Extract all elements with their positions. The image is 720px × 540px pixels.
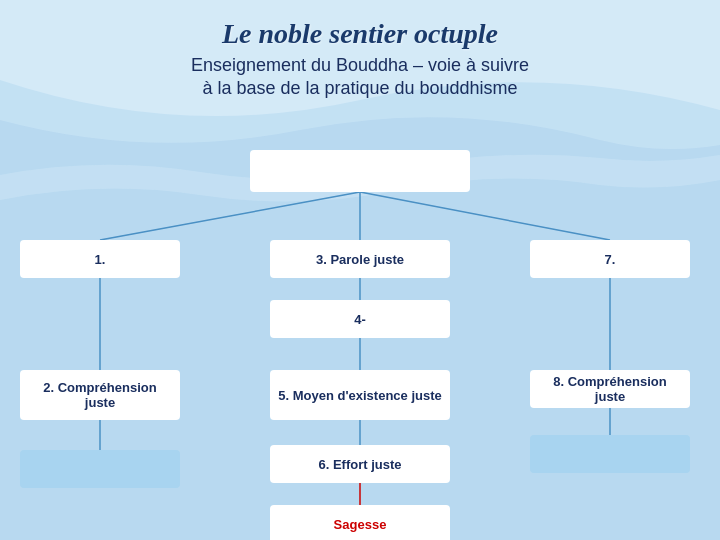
box-3-label: 3. Parole juste	[316, 252, 404, 267]
svg-line-1	[100, 192, 360, 240]
box-sagesse-label: Sagesse	[334, 517, 387, 532]
subtitle-line2: à la base de la pratique du bouddhisme	[202, 78, 517, 98]
subtitle-line1: Enseignement du Bouddha – voie à suivre	[191, 55, 529, 75]
box-bot-left	[20, 450, 180, 488]
title-area: Le noble sentier octuple Enseignement du…	[191, 18, 529, 101]
box-1: 1.	[20, 240, 180, 278]
box-2-label: 2. Compréhension juste	[28, 380, 172, 410]
box-8-label: 8. Compréhension juste	[538, 374, 682, 404]
box-5: 5. Moyen d'existence juste	[270, 370, 450, 420]
svg-line-3	[360, 192, 610, 240]
box-1-label: 1.	[95, 252, 106, 267]
subtitle: Enseignement du Bouddha – voie à suivre …	[191, 54, 529, 101]
page-wrapper: Le noble sentier octuple Enseignement du…	[0, 0, 720, 540]
main-title: Le noble sentier octuple	[191, 18, 529, 50]
box-7: 7.	[530, 240, 690, 278]
box-sagesse: Sagesse	[270, 505, 450, 540]
box-4-label: 4-	[354, 312, 366, 327]
box-6: 6. Effort juste	[270, 445, 450, 483]
box-6-label: 6. Effort juste	[318, 457, 401, 472]
box-7-label: 7.	[605, 252, 616, 267]
box-4: 4-	[270, 300, 450, 338]
root-box	[250, 150, 470, 192]
box-5-label: 5. Moyen d'existence juste	[278, 388, 441, 403]
box-3: 3. Parole juste	[270, 240, 450, 278]
box-8: 8. Compréhension juste	[530, 370, 690, 408]
diagram-area: 1. 3. Parole juste 7. 4- 2. Compréhensio…	[0, 140, 720, 540]
box-bot-right	[530, 435, 690, 473]
box-2: 2. Compréhension juste	[20, 370, 180, 420]
